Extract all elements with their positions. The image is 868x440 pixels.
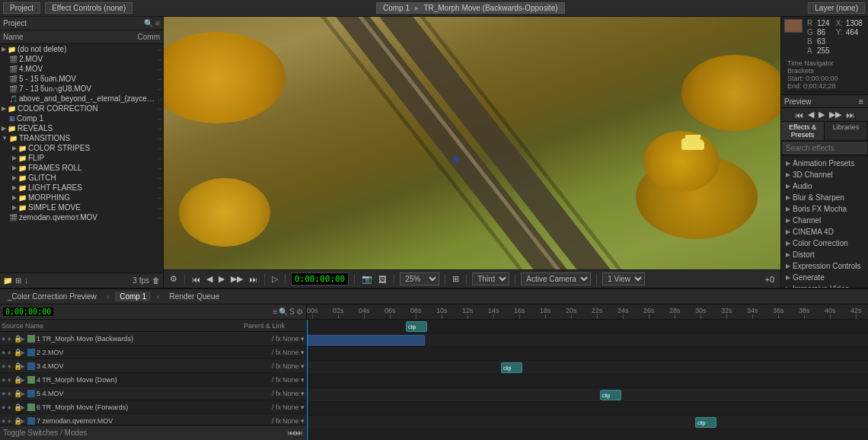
delete-btn[interactable]: 🗑 — [152, 276, 160, 285]
track-options-icon[interactable]: ⚙ — [296, 308, 303, 316]
expand-icon[interactable]: ▶ — [12, 174, 17, 181]
list-item[interactable]: ▶ 📁 FRAMES ROLL ·· — [0, 163, 163, 173]
track-expand[interactable]: ▶ — [20, 390, 27, 397]
list-item[interactable]: 🎬 2.MOV ·· — [0, 54, 163, 64]
list-item[interactable]: ▶ 📁 MORPHING ·· — [0, 193, 163, 202]
expand-icon[interactable]: ▶ — [12, 194, 17, 201]
render-btn[interactable]: +0 — [763, 275, 776, 284]
track-switches[interactable]: / fx — [272, 335, 281, 343]
track-parent-dropdown[interactable]: None ▾ — [282, 335, 305, 343]
list-item[interactable]: ▶ 📁 (do not delete) ·· — [0, 44, 163, 54]
list-item[interactable]: 🎬 4.MOV ·· — [0, 64, 163, 74]
composition-tab[interactable]: Comp 1 ▸ TR_Morph Move (Backwards-Opposi… — [376, 2, 565, 14]
timeline-timecode[interactable]: 0;00;00;00 — [3, 308, 53, 316]
track-switches[interactable]: / fx — [272, 390, 281, 397]
visibility-eye[interactable]: ● — [2, 362, 8, 370]
track-expand[interactable]: ▶ — [20, 403, 27, 411]
lock-icon[interactable]: 🔒 — [14, 403, 20, 411]
effect-item-channel[interactable]: ▶Channel — [781, 215, 868, 226]
track-expand[interactable]: ▶ — [20, 376, 27, 384]
effect-item-expression[interactable]: ▶Expression Controls — [781, 260, 868, 272]
ram-preview-btn[interactable]: ▷ — [270, 274, 279, 284]
track-expand[interactable]: ▶ — [20, 335, 27, 343]
lock-icon[interactable]: 🔒 — [14, 376, 20, 384]
track-switches[interactable]: / fx — [272, 376, 281, 384]
effect-item-3dchannel[interactable]: ▶3D Channel — [781, 169, 868, 180]
visibility-eye[interactable]: ● — [2, 390, 8, 397]
project-tab[interactable]: Project — [3, 2, 40, 14]
step-back-btn[interactable]: ◀ — [806, 110, 815, 120]
track-parent-dropdown[interactable]: None ▾ — [282, 390, 305, 397]
track-switches[interactable]: / fx — [272, 417, 281, 425]
new-comp-btn[interactable]: ⊞ — [15, 276, 21, 285]
list-item[interactable]: 🎬 5 - 15 წu∂n.MOV ·· — [0, 74, 163, 84]
zoom-dropdown[interactable]: 25%50%100% — [400, 273, 439, 285]
list-item[interactable]: ⊞ Comp 1 ·· — [0, 113, 163, 123]
next-keyframe-btn[interactable]: ⏭ — [844, 110, 856, 120]
effect-item-animation[interactable]: ▶Animation Presets — [781, 158, 868, 169]
effects-presets-tab[interactable]: Effects & Presets — [781, 122, 825, 140]
track-solo-icon[interactable]: S — [289, 308, 295, 316]
track-menu-icon[interactable]: ≡ — [273, 308, 277, 316]
expand-icon[interactable]: ▶ — [2, 125, 6, 132]
effect-item-distort[interactable]: ▶Distort — [781, 249, 868, 260]
track-clip[interactable] — [307, 335, 425, 346]
track-parent-dropdown[interactable]: None ▾ — [282, 362, 305, 370]
visibility-eye[interactable]: ● — [2, 335, 8, 343]
skip-start-btn[interactable]: ⏮ — [190, 275, 202, 284]
list-item[interactable]: 🎵 above_and_beyond_-_eternal_(zaycev.net… — [0, 94, 163, 104]
tl-go-end-btn[interactable]: ⏭ — [295, 429, 303, 437]
expand-icon[interactable]: ▶ — [12, 204, 17, 211]
show-snapshot-btn[interactable]: 🖼 — [377, 275, 388, 284]
play-btn[interactable]: ▶ — [217, 274, 226, 284]
preview-menu-btn[interactable]: ≡ — [857, 97, 865, 106]
visibility-eye[interactable]: ● — [2, 417, 8, 425]
list-item[interactable]: ▶ 📁 SIMPLE MOVE ·· — [0, 202, 163, 212]
track-expand[interactable]: ▶ — [20, 362, 27, 370]
play-stop-btn[interactable]: ▶ — [817, 110, 826, 120]
effects-search-input[interactable] — [783, 142, 866, 154]
prev-frame-btn[interactable]: ◀ — [205, 274, 214, 284]
playhead[interactable] — [307, 320, 308, 440]
effect-item-audio[interactable]: ▶Audio — [781, 180, 868, 192]
track-clip[interactable]: clip — [501, 362, 522, 373]
step-fwd-btn[interactable]: ▶▶ — [828, 110, 843, 120]
next-frame-btn[interactable]: ▶▶ — [229, 274, 244, 284]
list-item[interactable]: 🎬 7 - 13 წuი∩gU8.MOV ·· — [0, 84, 163, 94]
track-search-icon[interactable]: 🔍 — [279, 308, 288, 316]
track-parent-dropdown[interactable]: None ▾ — [282, 417, 305, 425]
track-switches[interactable]: / fx — [272, 362, 281, 370]
track-parent-dropdown[interactable]: None ▾ — [282, 349, 305, 356]
effect-item-blur[interactable]: ▶Blur & Sharpen — [781, 192, 868, 203]
track-parent-dropdown[interactable]: None ▾ — [282, 403, 305, 411]
lock-icon[interactable]: 🔒 — [14, 335, 20, 343]
expand-icon[interactable]: ▶ — [12, 145, 17, 151]
expand-icon[interactable]: ▶ — [12, 184, 17, 191]
expand-icon[interactable]: ▶ — [2, 46, 6, 53]
list-item[interactable]: ▼ 📁 TRANSITIONS ·· — [0, 133, 163, 143]
effect-controls-tab[interactable]: Effect Controls (none) — [45, 2, 132, 14]
list-item[interactable]: ▶ 📁 COLOR CORRECTION ·· — [0, 104, 163, 113]
list-item[interactable]: ▶ 📁 LIGHT FLARES ·· — [0, 183, 163, 193]
tl-tab-color-preview[interactable]: _Color Correction Preview — [3, 292, 101, 301]
expand-icon[interactable]: ▶ — [12, 164, 17, 171]
expand-icon[interactable]: ▶ — [2, 105, 6, 112]
track-switches[interactable]: / fx — [272, 349, 281, 356]
tl-tab-comp1[interactable]: Comp 1 — [115, 292, 151, 301]
project-search-icon[interactable]: 🔍 — [144, 19, 153, 27]
track-clip[interactable]: clip — [695, 417, 716, 428]
tl-go-start-btn[interactable]: ⏮ — [288, 429, 295, 437]
list-item[interactable]: ▶ 📁 GLITCH ·· — [0, 173, 163, 183]
track-clip[interactable]: clip — [600, 390, 621, 400]
timecode-display[interactable]: 0;00;00;00 — [291, 273, 349, 285]
list-item[interactable]: 🎬 zemodan.qvemoт.MOV ·· — [0, 212, 163, 222]
list-item[interactable]: ▶ 📁 COLOR STRIPES ·· — [0, 143, 163, 153]
view-dropdown[interactable]: Third — [472, 273, 509, 285]
libraries-tab[interactable]: Libraries — [825, 122, 868, 140]
effect-item-cinema4d[interactable]: ▶CINEMA 4D — [781, 226, 868, 238]
playback-options-btn[interactable]: ⚙ — [168, 274, 179, 284]
fit-btn[interactable]: ⊞ — [451, 274, 461, 284]
views-dropdown[interactable]: 1 View — [602, 273, 645, 285]
visibility-eye[interactable]: ● — [2, 349, 8, 356]
track-switches[interactable]: / fx — [272, 403, 281, 411]
